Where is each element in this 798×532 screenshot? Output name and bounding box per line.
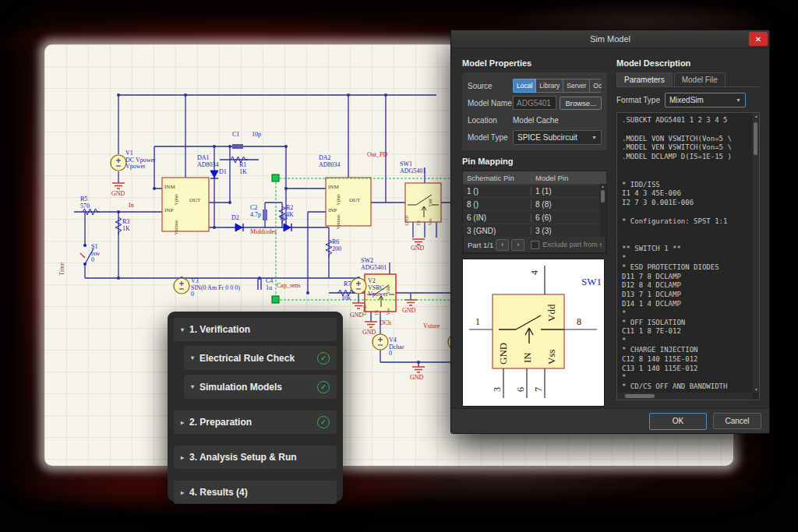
schematic-pin-cell: 8 () (463, 200, 531, 209)
preview-pin-number: 3 (492, 387, 503, 392)
chevron-right-icon: › (517, 241, 519, 248)
source-option-library[interactable]: Library (536, 79, 563, 93)
dialog-body: Model Properties Source Local Library Se… (451, 48, 769, 408)
column-schematic-pin: Schematic Pin (463, 174, 531, 182)
scrollbar-thumb[interactable] (754, 122, 757, 155)
section-label: 1. Verification (189, 324, 250, 335)
tab-parameters[interactable]: Parameters (616, 72, 673, 86)
verification-section-2[interactable]: ▸ 2. Preparation ✓ (174, 410, 337, 434)
verification-section-3[interactable]: ▸ 3. Analysis Setup & Run (174, 446, 337, 469)
caret-right-icon: ▸ (181, 454, 184, 461)
cancel-button[interactable]: Cancel (713, 413, 761, 429)
vertical-scrollbar[interactable]: ▲ ▼ (752, 113, 759, 393)
preview-pin-number: 4 (529, 270, 540, 275)
preview-pin-number: 8 (577, 316, 581, 327)
pin-table-scrollbar[interactable]: ▲ (599, 184, 606, 237)
model-pin-cell: 6 (6) (531, 213, 599, 222)
scroll-up-icon[interactable]: ▲ (754, 114, 758, 118)
gap (174, 403, 337, 410)
table-row[interactable]: 3 (GND) 3 (3) (463, 224, 599, 237)
verification-section-4[interactable]: ▸ 4. Results (4) (174, 481, 337, 504)
model-pin-cell: 1 (1) (531, 187, 599, 196)
model-type-select[interactable]: SPICE Subcircuit ▼ (513, 130, 602, 145)
item-label: Simulation Models (200, 382, 282, 393)
caret-down-icon: ▾ (191, 354, 194, 361)
horizontal-scrollbar[interactable] (617, 393, 752, 400)
scroll-up-icon[interactable]: ▲ (601, 184, 605, 188)
item-label: Electrical Rule Check (200, 353, 295, 364)
scroll-down-icon[interactable]: ▼ (754, 387, 758, 392)
verification-item-erc[interactable]: ▾ Electrical Rule Check ✓ (184, 346, 337, 370)
pin-mapping-heading: Pin Mapping (462, 157, 607, 166)
model-description-heading: Model Description (616, 58, 760, 68)
format-type-value: MixedSim (669, 96, 704, 104)
section-label: 2. Preparation (189, 417, 252, 428)
preview-pin-name-vss: Vss (546, 349, 557, 365)
scrollbar-thumb[interactable] (601, 190, 605, 203)
previous-part-button[interactable]: ‹ (496, 239, 509, 251)
location-value: Model Cache (513, 116, 559, 125)
dialog-footer: OK Cancel (451, 408, 769, 433)
sim-model-dialog: Sim Model ✕ Model Properties Source Loca… (450, 30, 770, 434)
model-type-value: SPICE Subcircuit (517, 133, 577, 142)
dialog-titlebar[interactable]: Sim Model ✕ (451, 30, 769, 48)
part-label: Part 1/1 (468, 241, 493, 249)
pin-mapping-body: 1 () 1 (1) 8 () 8 (8) 6 (IN) 6 (6) 3 ( (463, 184, 606, 237)
verification-panel: ▾ 1. Verification ▾ Electrical Rule Chec… (168, 312, 343, 502)
screenshot-root: V1 DC Vpower VpowerGNDR5 570InR3 1KTimeS… (0, 0, 798, 532)
chevron-down-icon: ▼ (591, 135, 597, 140)
model-properties-panel: Source Local Library Server Octopa Model… (462, 72, 607, 150)
table-row[interactable]: 1 () 1 (1) (463, 184, 599, 197)
exclude-part-label: Exclude part from s (542, 241, 602, 248)
exclude-part-checkbox[interactable] (531, 241, 539, 249)
section-label: 3. Analysis Setup & Run (189, 452, 297, 463)
ok-button[interactable]: OK (649, 413, 707, 430)
model-properties-heading: Model Properties (462, 58, 607, 68)
preview-designator: SW1 (581, 276, 602, 287)
spice-model-code: .SUBCKT ADG5401 1 2 3 4 5 .MODEL VON VSW… (617, 113, 759, 400)
pin-mapping-footer: Part 1/1 ‹ › Exclude part from s (463, 237, 606, 253)
pin-mapping-header: Schematic Pin Model Pin (463, 171, 606, 184)
location-label: Location (468, 116, 513, 125)
preview-pin-number: 6 (515, 387, 526, 392)
table-row[interactable]: 8 () 8 (8) (463, 197, 599, 210)
model-pin-cell: 3 (3) (531, 227, 599, 235)
preview-pin-name-gnd: GND (497, 343, 509, 365)
model-name-input[interactable] (513, 96, 556, 110)
check-circle-icon: ✓ (317, 352, 330, 365)
scrollbar-thumb[interactable] (625, 394, 655, 398)
model-type-label: Model Type (468, 133, 513, 142)
verification-section-1[interactable]: ▾ 1. Verification (174, 318, 337, 341)
check-circle-icon: ✓ (317, 416, 330, 428)
close-button[interactable]: ✕ (749, 32, 768, 46)
preview-pin-name-vdd: Vdd (546, 304, 557, 322)
table-row[interactable]: 6 (IN) 6 (6) (463, 210, 599, 224)
format-type-row: Format Type MixedSim ▼ (616, 93, 760, 107)
caret-down-icon: ▾ (191, 383, 194, 390)
symbol-preview: 4 1 8 3 6 7 Vdd GND IN Vss SW1 (462, 259, 605, 407)
model-properties-column: Model Properties Source Local Library Se… (462, 58, 607, 407)
caret-down-icon: ▾ (181, 326, 184, 333)
source-label: Source (468, 82, 513, 90)
tab-model-file[interactable]: Model File (674, 72, 726, 86)
format-type-select[interactable]: MixedSim ▼ (665, 93, 746, 107)
browse-button[interactable]: Browse... (560, 97, 602, 110)
pin-mapping-table: Schematic Pin Model Pin 1 () 1 (1) 8 () … (462, 171, 607, 254)
preview-pin-number: 1 (475, 316, 480, 327)
chevron-down-icon: ▼ (736, 97, 741, 103)
close-icon: ✕ (755, 35, 761, 44)
source-option-server[interactable]: Server (563, 79, 590, 93)
next-part-button[interactable]: › (511, 239, 524, 251)
model-description-column: Model Description Parameters Model File … (616, 58, 760, 400)
column-model-pin: Model Pin (531, 174, 606, 182)
check-circle-icon: ✓ (317, 381, 330, 393)
source-option-local[interactable]: Local (513, 79, 536, 93)
verification-item-simulation-models[interactable]: ▾ Simulation Models ✓ (184, 375, 337, 399)
gap (174, 439, 337, 446)
preview-pin-name-in: IN (521, 352, 533, 363)
spice-model-textarea[interactable]: .SUBCKT ADG5401 1 2 3 4 5 .MODEL VON VSW… (616, 112, 760, 400)
section-label: 4. Results (4) (189, 487, 248, 498)
source-option-octopart[interactable]: Octopa (590, 79, 602, 93)
caret-right-icon: ▸ (181, 419, 184, 426)
format-type-label: Format Type (616, 96, 660, 104)
